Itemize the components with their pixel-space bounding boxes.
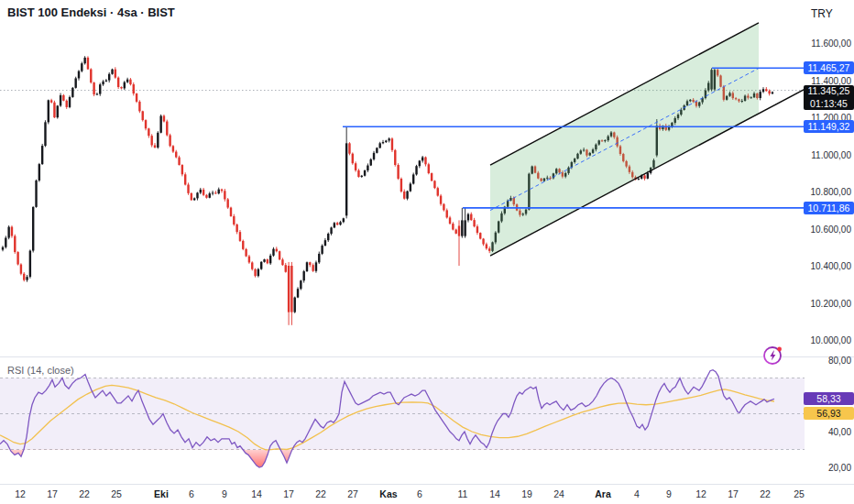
currency-label[interactable]: TRY bbox=[811, 7, 833, 20]
time-axis[interactable]: 12172225Eki6914172227Kas611141924Ara4912… bbox=[0, 485, 854, 504]
rsi-tick: 20,00 bbox=[828, 463, 851, 473]
pane-separator[interactable] bbox=[0, 356, 854, 357]
time-tick-day: 27 bbox=[347, 488, 358, 499]
time-tick-day: 12 bbox=[15, 488, 26, 499]
time-tick-day: 6 bbox=[189, 488, 194, 499]
time-tick-day: 24 bbox=[553, 488, 564, 499]
rsi-value-label: 58,33 bbox=[804, 392, 854, 405]
time-tick-day: 17 bbox=[47, 488, 58, 499]
time-tick-month: Eki bbox=[154, 488, 169, 499]
rsi-ma-value-label: 56,93 bbox=[804, 407, 854, 420]
time-tick-day: 9 bbox=[222, 488, 227, 499]
time-tick-day: 14 bbox=[489, 488, 500, 499]
tradingview-chart: BIST 100 Endeksi · 4sa · BIST RSI (14, c… bbox=[0, 0, 854, 504]
time-tick-day: 17 bbox=[728, 488, 739, 499]
bar-countdown: 01:13:45 bbox=[804, 98, 854, 111]
price-tick: 10.600,00 bbox=[811, 224, 852, 234]
last-price-value: 11.345,25 bbox=[804, 85, 854, 98]
main-price-chart[interactable] bbox=[0, 0, 805, 357]
channel-fill[interactable] bbox=[490, 23, 759, 256]
time-tick-day: 11 bbox=[458, 488, 468, 499]
price-tick: 10.200,00 bbox=[811, 298, 852, 308]
support-price-label: 10.711,86 bbox=[804, 202, 854, 214]
time-tick-day: 22 bbox=[79, 488, 90, 499]
price-tick: 11.600,00 bbox=[811, 38, 851, 49]
time-tick-day: 4 bbox=[634, 488, 640, 499]
time-tick-day: 17 bbox=[283, 488, 294, 499]
time-tick-day: 25 bbox=[111, 488, 122, 499]
rsi-tick: 40,00 bbox=[828, 427, 851, 437]
rsi-indicator-chart[interactable] bbox=[0, 357, 805, 484]
price-tick: 10.000,00 bbox=[811, 335, 852, 345]
time-tick-day: 9 bbox=[666, 488, 672, 499]
time-tick-month: Ara bbox=[595, 488, 611, 499]
price-tick: 11.400,00 bbox=[811, 75, 851, 85]
last-price-label: 11.345,25 01:13:45 bbox=[804, 85, 854, 110]
time-tick-day: 6 bbox=[417, 488, 422, 499]
price-tick: 10.800,00 bbox=[811, 187, 852, 197]
mid-price-label: 11.149,32 bbox=[804, 120, 854, 133]
time-tick-day: 12 bbox=[695, 488, 706, 499]
rsi-tick: 80,00 bbox=[828, 356, 851, 366]
resistance-price-label: 11.465,27 bbox=[804, 61, 854, 74]
time-tick-day: 25 bbox=[794, 488, 805, 499]
time-tick-month: Kas bbox=[379, 488, 397, 499]
flash-action-button[interactable] bbox=[761, 332, 784, 355]
time-tick-day: 19 bbox=[521, 488, 532, 499]
symbol-title[interactable]: BIST 100 Endeksi · 4sa · BIST bbox=[7, 5, 175, 19]
lightning-icon bbox=[761, 344, 784, 367]
time-tick-day: 14 bbox=[251, 488, 262, 499]
time-tick-day: 22 bbox=[760, 488, 771, 499]
price-tick: 11.000,00 bbox=[811, 149, 851, 159]
time-tick-day: 22 bbox=[315, 488, 326, 499]
rsi-indicator-title[interactable]: RSI (14, close) bbox=[7, 365, 74, 376]
price-tick: 10.400,00 bbox=[811, 261, 852, 271]
